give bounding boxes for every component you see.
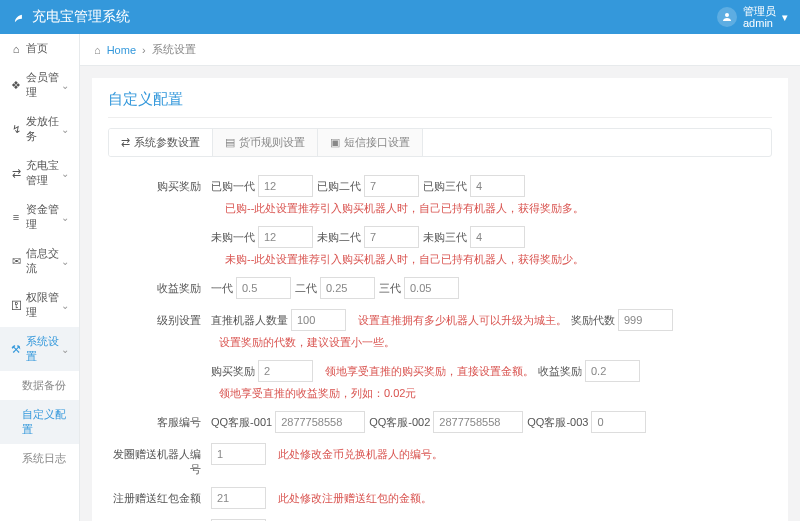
input-rank-gen[interactable]	[618, 309, 673, 331]
leaf-icon	[12, 10, 26, 24]
label-income: 收益奖励	[108, 277, 211, 296]
hint-buy-bonus2: 未购--此处设置推荐引入购买机器人时，自己已持有机器人，获得奖励少。	[225, 252, 584, 267]
input-bought-1[interactable]	[258, 175, 313, 197]
input-income-2[interactable]	[320, 277, 375, 299]
tab[interactable]: ⇄系统参数设置	[109, 129, 213, 156]
sidebar-item[interactable]: ⚿权限管理⌄	[0, 283, 79, 327]
menu-icon: ❖	[10, 79, 22, 92]
chevron-down-icon: ⌄	[61, 300, 69, 311]
input-rank-income[interactable]	[585, 360, 640, 382]
tab-label: 短信接口设置	[344, 135, 410, 150]
chevron-down-icon: ⌄	[61, 168, 69, 179]
input-rank-buy[interactable]	[258, 360, 313, 382]
input-unbought-1[interactable]	[258, 226, 313, 248]
user-role: 管理员	[743, 5, 776, 17]
sidebar-item[interactable]: ↯发放任务⌄	[0, 107, 79, 151]
input-qq-3[interactable]	[591, 411, 646, 433]
tab-label: 货币规则设置	[239, 135, 305, 150]
menu-icon: ⚿	[10, 299, 22, 311]
tab[interactable]: ▤货币规则设置	[213, 129, 318, 156]
input-qq-2[interactable]	[433, 411, 523, 433]
user-name: admin	[743, 17, 776, 29]
chevron-down-icon: ⌄	[61, 124, 69, 135]
chevron-down-icon: ▾	[782, 11, 788, 24]
sidebar: ⌂首页❖会员管理⌄↯发放任务⌄⇄充电宝管理⌄≡资金管理⌄✉信息交流⌄⚿权限管理⌄…	[0, 34, 80, 521]
menu-label: 首页	[26, 41, 69, 56]
sidebar-item[interactable]: ≡资金管理⌄	[0, 195, 79, 239]
tab-icon: ▣	[330, 136, 340, 149]
menu-label: 系统设置	[26, 334, 61, 364]
input-qq-1[interactable]	[275, 411, 365, 433]
tab[interactable]: ▣短信接口设置	[318, 129, 423, 156]
menu-label: 资金管理	[26, 202, 61, 232]
page-title: 自定义配置	[108, 90, 772, 118]
label-robot-gift: 发圈赠送机器人编号	[108, 443, 211, 477]
input-unbought-3[interactable]	[470, 226, 525, 248]
user-menu[interactable]: 管理员 admin ▾	[717, 5, 788, 29]
input-income-3[interactable]	[404, 277, 459, 299]
input-bought-2[interactable]	[364, 175, 419, 197]
input-bought-3[interactable]	[470, 175, 525, 197]
input-reg-gift[interactable]	[211, 487, 266, 509]
avatar-icon	[717, 7, 737, 27]
sidebar-item[interactable]: ✉信息交流⌄	[0, 239, 79, 283]
chevron-down-icon: ⌄	[61, 344, 69, 355]
home-icon: ⌂	[94, 44, 101, 56]
sidebar-item[interactable]: ⇄充电宝管理⌄	[0, 151, 79, 195]
brand: 充电宝管理系统	[12, 8, 130, 26]
menu-label: 会员管理	[26, 70, 61, 100]
menu-label: 自定义配置	[22, 407, 69, 437]
menu-label: 权限管理	[26, 290, 61, 320]
tabs: ⇄系统参数设置▤货币规则设置▣短信接口设置	[108, 128, 772, 157]
menu-label: 信息交流	[26, 246, 61, 276]
breadcrumb: ⌂ Home › 系统设置	[80, 34, 800, 66]
chevron-down-icon: ⌄	[61, 212, 69, 223]
tab-icon: ⇄	[121, 136, 130, 149]
label-reg-gift: 注册赠送红包金额	[108, 487, 211, 506]
menu-icon: ⇄	[10, 167, 22, 180]
sidebar-item[interactable]: ⚒系统设置⌄	[0, 327, 79, 371]
menu-icon: ⌂	[10, 43, 22, 55]
label-rank: 级别设置	[108, 309, 211, 328]
label-qq: 客服编号	[108, 411, 211, 430]
input-rank-count[interactable]	[291, 309, 346, 331]
menu-icon: ≡	[10, 211, 22, 223]
tab-label: 系统参数设置	[134, 135, 200, 150]
sidebar-item[interactable]: 数据备份	[0, 371, 79, 400]
sidebar-item[interactable]: ⌂首页	[0, 34, 79, 63]
input-robot-gift[interactable]	[211, 443, 266, 465]
chevron-down-icon: ⌄	[61, 256, 69, 267]
brand-text: 充电宝管理系统	[32, 8, 130, 26]
menu-icon: ⚒	[10, 343, 22, 356]
input-unbought-2[interactable]	[364, 226, 419, 248]
chevron-down-icon: ⌄	[61, 80, 69, 91]
tab-icon: ▤	[225, 136, 235, 149]
input-income-1[interactable]	[236, 277, 291, 299]
sidebar-item[interactable]: 系统日志	[0, 444, 79, 473]
menu-icon: ✉	[10, 255, 22, 268]
hint-buy-bonus: 已购--此处设置推荐引入购买机器人时，自己已持有机器人，获得奖励多。	[225, 201, 584, 216]
svg-point-0	[725, 13, 729, 17]
sidebar-item[interactable]: 自定义配置	[0, 400, 79, 444]
sidebar-item[interactable]: ❖会员管理⌄	[0, 63, 79, 107]
menu-icon: ↯	[10, 123, 22, 136]
breadcrumb-current: 系统设置	[152, 42, 196, 57]
menu-label: 充电宝管理	[26, 158, 61, 188]
menu-label: 发放任务	[26, 114, 61, 144]
label-buy-bonus: 购买奖励	[108, 175, 211, 194]
breadcrumb-home[interactable]: Home	[107, 44, 136, 56]
menu-label: 数据备份	[22, 378, 69, 393]
menu-label: 系统日志	[22, 451, 69, 466]
